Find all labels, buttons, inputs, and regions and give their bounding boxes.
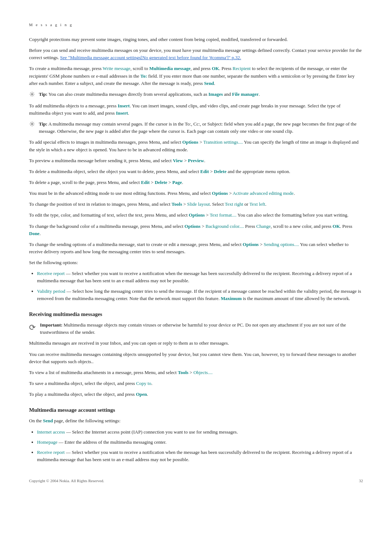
- list-item-internet-access: Internet access — Select the Internet ac…: [37, 428, 363, 436]
- link-view: View: [173, 158, 183, 163]
- page-footer: Copyright © 2004 Nokia. All Rights Reser…: [29, 478, 363, 484]
- para-delete-page: To delete a page, scroll to the page, pr…: [29, 179, 363, 186]
- para-bg-color: To change the background color of a mult…: [29, 223, 363, 237]
- link-validity-period: Validity period: [37, 288, 65, 294]
- list-item-receive-report-2: Receive report — Select whether you want…: [37, 449, 363, 463]
- link-edit-2: Edit: [141, 180, 150, 185]
- link-activate-advanced: Activate advanced editing mode: [233, 190, 294, 196]
- tip-icon-1: ✳: [29, 90, 35, 99]
- important-label: Important:: [40, 322, 62, 328]
- link-slide-layout: Slide layout: [187, 201, 210, 207]
- footer-page-number: 32: [359, 478, 363, 484]
- link-receive-report-2: Receive report: [37, 450, 65, 455]
- link-homepage: Homepage: [37, 439, 57, 445]
- para-before-send: Before you can send and receive multimed…: [29, 47, 363, 61]
- section2-para1: On the Send page, define the following s…: [29, 417, 363, 424]
- important-icon: ⟳: [29, 321, 36, 334]
- para-preview: To preview a multimedia message before s…: [29, 157, 363, 164]
- link-insert-2: Insert: [116, 110, 128, 116]
- section1-para1: Multimedia messages are received in your…: [29, 340, 363, 347]
- link-copy-to: Copy to: [136, 381, 151, 386]
- page-header: M e s s a g i n g: [29, 22, 363, 28]
- link-to-field: To:: [140, 73, 147, 79]
- link-done: Done: [29, 231, 40, 236]
- section-heading-account-settings: Multimedia message account settings: [29, 406, 363, 414]
- link-insert-1: Insert: [118, 103, 130, 108]
- link-images: Images: [208, 91, 223, 97]
- link-multimedia-message: Multimedia message: [149, 66, 191, 71]
- link-preview: Preview: [188, 158, 204, 163]
- para-special-effects: To add special effects to images in mult…: [29, 139, 363, 153]
- link-delete-1: Delete: [214, 169, 226, 174]
- link-text-right: Text right: [225, 201, 243, 207]
- section1-para5: To play a multimedia object, select the …: [29, 391, 363, 398]
- link-recipient: Recipient: [233, 66, 251, 71]
- link-bg-color: Background color....: [205, 223, 244, 229]
- tip2-label: Tip:: [39, 121, 48, 127]
- link-options-1: Options: [182, 139, 198, 145]
- tip-2: ✳ Tip: A multimedia message may contain …: [29, 120, 363, 135]
- link-file-manager: File manager: [232, 91, 258, 97]
- link-open: Open: [136, 391, 147, 397]
- link-send-1: Send: [204, 81, 214, 86]
- link-tools-2: Tools: [178, 370, 188, 375]
- para-add-objects: To add multimedia objects to a message, …: [29, 102, 363, 117]
- tip1-label: Tip:: [39, 91, 48, 97]
- para-text-format: To edit the type, color, and formatting …: [29, 212, 363, 219]
- header-title: M e s s a g i n g: [29, 22, 73, 27]
- para-sending-options: To change the sending options of a multi…: [29, 241, 363, 255]
- link-write-message: Write message: [103, 66, 130, 71]
- para-slide-layout: To change the position of text in relati…: [29, 201, 363, 208]
- section1-para3: To view a list of multimedia attachments…: [29, 369, 363, 376]
- link-internet-access: Internet access: [37, 429, 65, 435]
- link-receive-report-1: Receive report: [37, 271, 65, 276]
- link-tools-1: Tools: [172, 201, 182, 207]
- para-delete-object: To delete a multimedia object, select th…: [29, 168, 363, 175]
- para-create-mms: To create a multimedia message, press Wr…: [29, 65, 363, 87]
- link-send-page: Send: [43, 418, 53, 423]
- section-heading-receiving: Receiving multimedia messages: [29, 310, 363, 319]
- link-maximum: Maximum: [221, 296, 242, 301]
- link-transition: Transition settings....: [203, 139, 243, 145]
- section1-para2: You can receive multimedia messages cont…: [29, 351, 363, 365]
- link-page: Page: [172, 180, 182, 185]
- link-change: Change: [256, 223, 271, 229]
- link-options-5: Options: [243, 242, 259, 247]
- list-item-homepage: Homepage — Enter the address of the mult…: [37, 439, 363, 446]
- para-advanced-mode: You must be in the advanced editing mode…: [29, 190, 363, 197]
- link-objects: Objects....: [193, 370, 213, 375]
- list-item-validity-period: Validity period — Select how long the me…: [37, 288, 363, 302]
- link-ok-2: OK: [332, 223, 340, 229]
- section1-para4: To save a multimedia object, select the …: [29, 380, 363, 387]
- link-delete-2: Delete: [155, 180, 167, 185]
- link-ok-1: OK: [212, 66, 219, 71]
- link-text-left: Text left: [249, 201, 265, 207]
- account-settings-list: Internet access — Select the Internet ac…: [37, 428, 363, 464]
- para-set-options: Set the following options:: [29, 259, 363, 266]
- link-mms-settings[interactable]: See "Multimedia message account settings…: [60, 55, 241, 60]
- link-options-4: Options: [184, 223, 200, 229]
- tip-1: ✳ Tip: You can also create multimedia me…: [29, 91, 363, 99]
- link-options-2: Options: [212, 190, 228, 196]
- link-text-format: Text format....: [210, 212, 237, 218]
- para-copyright: Copyright protections may prevent some i…: [29, 36, 363, 43]
- sending-options-list: Receive report — Select whether you want…: [37, 270, 363, 302]
- list-item-receive-report: Receive report — Select whether you want…: [37, 270, 363, 284]
- important-note: ⟳ Important: Multimedia message objects …: [29, 321, 363, 336]
- footer-copyright: Copyright © 2004 Nokia. All Rights Reser…: [29, 478, 104, 484]
- link-edit-1: Edit: [200, 169, 209, 174]
- link-sending-options: Sending options....: [264, 242, 299, 247]
- link-options-3: Options: [189, 212, 205, 218]
- tip-icon-2: ✳: [29, 120, 35, 128]
